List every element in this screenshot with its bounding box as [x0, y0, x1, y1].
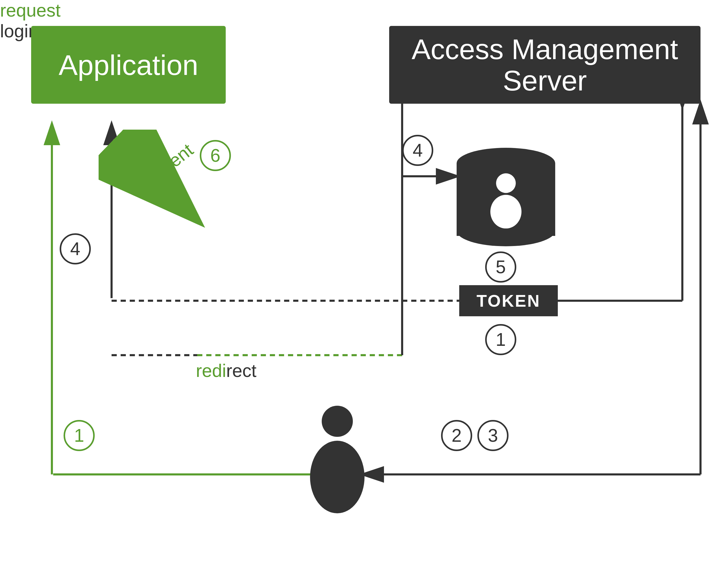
application-header: Application — [31, 26, 226, 104]
svg-point-25 — [310, 441, 365, 513]
step-4-left: 4 — [60, 233, 91, 265]
step-3: 3 — [477, 420, 509, 451]
request-label: request — [0, 0, 728, 21]
redirect-label: redirect — [196, 360, 256, 381]
token-box: TOKEN — [459, 285, 558, 316]
ams-title: Access ManagementServer — [411, 33, 678, 96]
diagram-container: Application Access ManagementServer — [0, 0, 728, 568]
ams-header: Access ManagementServer — [389, 26, 700, 104]
step-4-right: 4 — [402, 135, 433, 166]
svg-point-22 — [496, 174, 516, 193]
svg-point-23 — [490, 195, 521, 229]
step-1-left: 1 — [64, 420, 95, 451]
step-1-right: 1 — [485, 324, 516, 355]
db-person-icon — [480, 172, 532, 238]
svg-point-24 — [322, 406, 353, 437]
application-title: Application — [59, 49, 198, 81]
step-5: 5 — [485, 252, 516, 283]
step-2: 2 — [441, 420, 472, 451]
step-6: 6 — [200, 140, 231, 171]
database-icon — [457, 148, 555, 246]
user-person-icon — [304, 404, 371, 524]
